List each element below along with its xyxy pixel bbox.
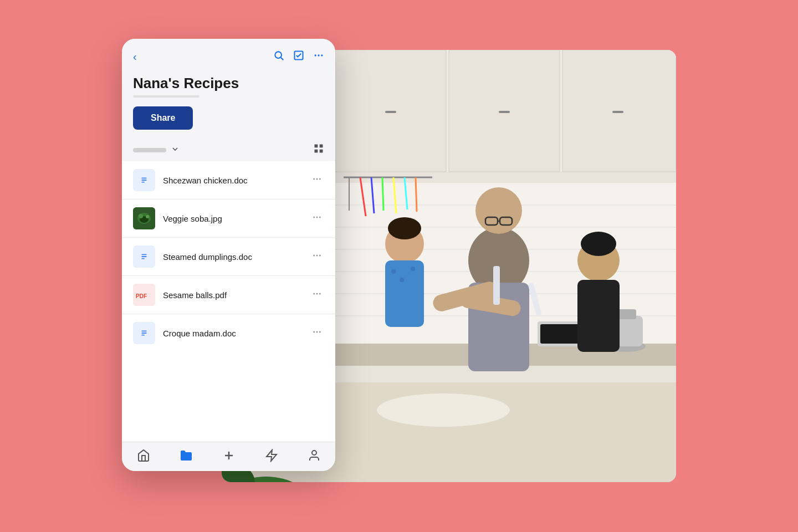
svg-rect-7 [385,111,396,113]
nav-add[interactable] [222,449,236,462]
svg-point-90 [313,255,315,257]
svg-point-45 [400,278,404,282]
svg-rect-70 [320,150,323,153]
list-header-left [133,145,180,155]
folder-title: Nana's Recipes [133,75,324,92]
svg-point-49 [581,232,616,256]
svg-point-82 [146,215,149,218]
svg-point-65 [318,54,319,56]
more-options-icon[interactable] [313,50,324,64]
file-item[interactable]: Shcezwan chicken.doc [122,161,335,200]
file-item[interactable]: Veggie soba.jpg [122,200,335,238]
svg-rect-88 [141,256,146,257]
svg-rect-101 [141,335,144,336]
scene: ‹ [122,28,676,504]
doc-file-icon [133,322,155,344]
list-header [122,139,335,161]
svg-rect-68 [320,145,323,148]
share-button[interactable]: Share [133,106,193,130]
nav-home[interactable] [137,449,150,462]
svg-rect-69 [315,150,318,153]
svg-line-62 [281,58,284,60]
svg-rect-8 [499,111,510,113]
file-name: Steamed dumplings.doc [163,252,310,262]
mobile-app-card: ‹ [122,39,335,471]
svg-rect-9 [612,111,623,113]
file-list: Shcezwan chicken.doc [122,161,335,442]
svg-rect-43 [385,260,424,327]
svg-rect-67 [315,145,318,148]
svg-point-64 [315,54,316,56]
file-name: Shcezwan chicken.doc [163,176,310,185]
svg-rect-74 [141,182,144,183]
svg-point-46 [411,267,415,271]
file-more-button[interactable] [310,210,324,227]
svg-point-97 [319,293,321,295]
file-name: Croque madam.doc [163,329,310,338]
nav-activity[interactable] [265,449,278,462]
svg-point-103 [316,331,318,333]
chevron-down-icon[interactable] [171,145,180,155]
grid-view-icon[interactable] [313,143,324,157]
search-icon[interactable] [273,50,284,64]
file-name: Veggie soba.jpg [163,214,310,223]
svg-point-81 [139,214,143,218]
file-item[interactable]: Croque madam.doc [122,314,335,352]
svg-point-95 [313,293,315,295]
nav-folder[interactable] [180,449,193,462]
svg-point-61 [275,52,282,58]
file-more-button[interactable] [310,248,324,265]
file-item[interactable]: PDF Sesame balls.pdf [122,276,335,314]
back-button[interactable]: ‹ [133,50,137,63]
svg-point-85 [319,217,321,218]
svg-point-91 [316,255,318,257]
svg-rect-50 [577,280,620,352]
file-item[interactable]: Steamed dumplings.doc [122,238,335,276]
svg-point-44 [391,269,396,274]
nav-profile[interactable] [308,449,321,462]
svg-point-37 [475,187,522,234]
svg-point-52 [377,393,510,427]
svg-rect-87 [141,254,146,255]
svg-point-108 [312,451,316,455]
svg-rect-100 [141,332,146,334]
mobile-header: ‹ [122,39,335,69]
svg-point-75 [313,178,315,180]
svg-point-77 [319,178,321,180]
svg-point-83 [313,217,315,218]
mobile-content: Nana's Recipes Share [122,69,335,139]
checklist-icon[interactable] [293,50,304,64]
svg-point-47 [388,217,421,239]
svg-point-84 [316,217,318,218]
svg-rect-89 [141,258,144,259]
image-file-icon [133,207,155,229]
file-more-button[interactable] [310,287,324,303]
file-name: Sesame balls.pdf [163,290,310,300]
pdf-file-icon: PDF [133,284,155,306]
doc-file-icon [133,169,155,191]
svg-point-76 [316,178,318,180]
doc-file-icon [133,245,155,268]
svg-line-35 [416,177,417,212]
svg-point-104 [319,331,321,333]
svg-point-66 [321,54,323,56]
svg-rect-73 [141,180,146,181]
svg-line-32 [382,177,383,211]
svg-rect-72 [141,177,146,178]
svg-text:PDF: PDF [136,293,147,299]
svg-point-102 [313,331,315,333]
header-icons [273,50,324,64]
bottom-navigation [122,442,335,471]
svg-point-96 [316,293,318,295]
svg-marker-107 [267,450,277,461]
svg-rect-99 [141,330,146,331]
file-more-button[interactable] [310,172,324,188]
filter-bar [133,148,166,152]
svg-point-92 [319,255,321,257]
title-underline [133,95,200,98]
svg-rect-55 [493,266,500,305]
file-more-button[interactable] [310,325,324,341]
